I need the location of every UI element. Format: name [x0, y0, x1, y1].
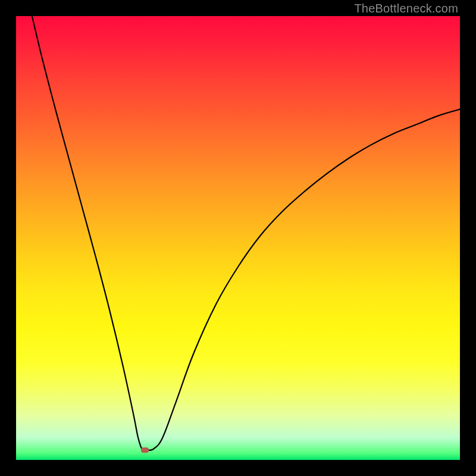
plot-area: [16, 16, 460, 460]
bottleneck-curve: [16, 16, 460, 460]
minimum-marker-icon: [141, 447, 149, 453]
watermark-label: TheBottleneck.com: [354, 2, 458, 15]
chart-frame: TheBottleneck.com: [0, 0, 476, 476]
